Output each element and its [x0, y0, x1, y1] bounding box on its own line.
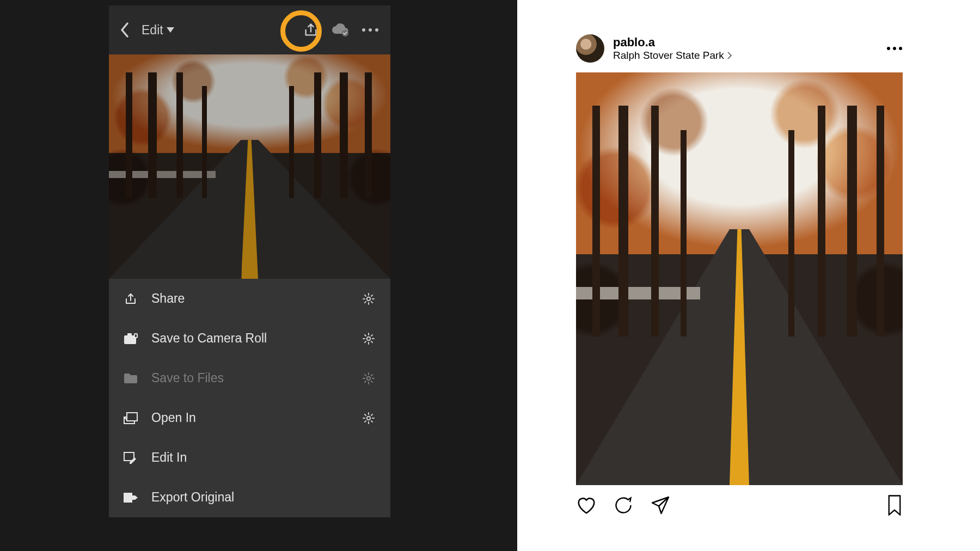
svg-marker-0 [167, 27, 174, 33]
gear-icon[interactable] [361, 331, 376, 346]
menu-item-edit-in[interactable]: Edit In [109, 438, 390, 477]
svg-point-16 [893, 47, 896, 50]
editor-photo[interactable] [109, 54, 390, 279]
menu-item-save-camera-roll[interactable]: Save to Camera Roll [109, 319, 390, 358]
menu-item-label: Save to Camera Roll [151, 331, 348, 346]
post-more-button[interactable] [886, 46, 903, 51]
menu-item-label: Save to Files [151, 371, 348, 385]
menu-item-label: Export Original [151, 490, 376, 505]
export-icon [123, 490, 138, 505]
svg-rect-8 [134, 334, 137, 338]
bookmark-button[interactable] [886, 495, 903, 516]
left-pane: Edit [0, 0, 517, 551]
menu-item-label: Open In [151, 411, 348, 425]
back-button[interactable] [120, 22, 130, 38]
menu-item-share[interactable]: Share [109, 279, 390, 319]
edit-in-icon [123, 450, 138, 466]
svg-rect-7 [127, 333, 132, 336]
svg-point-3 [369, 28, 372, 32]
svg-point-10 [367, 376, 370, 379]
share-icon [123, 291, 138, 307]
menu-item-label: Share [151, 291, 348, 306]
more-button[interactable] [361, 27, 379, 33]
lightroom-panel: Edit [109, 5, 390, 517]
share-button[interactable] [303, 22, 318, 38]
gear-icon [361, 371, 376, 386]
right-pane: pablo.a Ralph Stover State Park [517, 0, 980, 551]
camera-icon [123, 331, 138, 346]
svg-point-2 [362, 28, 365, 32]
svg-rect-14 [124, 493, 132, 503]
post-photo[interactable] [576, 72, 903, 485]
avatar[interactable] [576, 34, 604, 63]
svg-point-5 [367, 297, 370, 300]
menu-item-label: Edit In [151, 450, 376, 465]
lightroom-header: Edit [109, 5, 390, 54]
svg-point-15 [887, 47, 890, 50]
folder-icon [123, 371, 138, 386]
post-actions [576, 485, 903, 516]
chevron-down-icon [167, 27, 174, 33]
instagram-post: pablo.a Ralph Stover State Park [576, 34, 903, 516]
like-button[interactable] [576, 495, 597, 515]
svg-point-9 [367, 336, 370, 340]
send-button[interactable] [650, 495, 671, 515]
mode-dropdown[interactable]: Edit [142, 23, 174, 38]
mode-label: Edit [142, 23, 163, 38]
chevron-right-icon [726, 52, 733, 59]
gear-icon[interactable] [361, 411, 376, 426]
cloud-sync-icon[interactable] [330, 23, 349, 36]
menu-item-open-in[interactable]: Open In [109, 398, 390, 438]
username[interactable]: pablo.a [613, 35, 733, 50]
location-label: Ralph Stover State Park [613, 50, 724, 62]
svg-point-12 [367, 416, 370, 419]
open-in-icon [123, 411, 138, 426]
comment-button[interactable] [613, 495, 634, 515]
menu-item-export-original[interactable]: Export Original [109, 477, 390, 517]
gear-icon[interactable] [361, 291, 376, 307]
post-header: pablo.a Ralph Stover State Park [576, 34, 903, 72]
svg-rect-11 [127, 413, 137, 421]
menu-item-save-files: Save to Files [109, 358, 390, 398]
svg-point-17 [899, 47, 902, 50]
share-menu: Share Save to Camera Roll Save to File [109, 279, 390, 517]
svg-point-4 [375, 28, 378, 32]
location[interactable]: Ralph Stover State Park [613, 50, 733, 62]
